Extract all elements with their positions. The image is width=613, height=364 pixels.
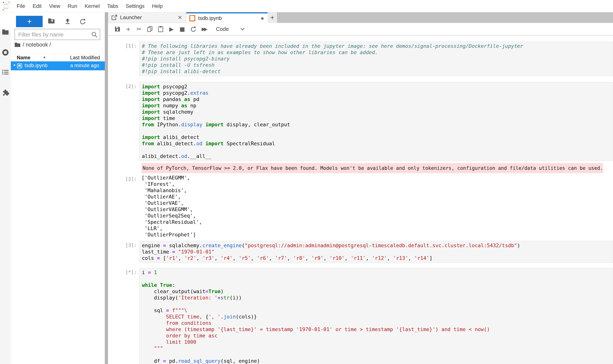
copy-cells-icon[interactable] (144, 26, 155, 32)
code-line: df = pd.read_sql_query(sql, engine) (142, 358, 613, 364)
code-line: # The following libraries have already b… (142, 43, 613, 49)
jupyter-logo-icon (2, 1, 10, 11)
menu-file[interactable]: File (13, 3, 29, 9)
restart-kernel-icon[interactable] (188, 26, 198, 32)
restart-run-all-icon[interactable]: ▶▶ (198, 26, 211, 32)
column-header-name[interactable]: Name (17, 55, 30, 61)
file-browser-icon[interactable] (0, 29, 11, 35)
tab-launcher[interactable]: Launcher × (108, 12, 186, 23)
code-line: #!pip install alibi-detect (142, 68, 613, 75)
run-cell-icon[interactable]: ▶ (166, 26, 177, 32)
cell-input-prompt: [1]: (108, 41, 139, 76)
code-line: from conditions (142, 320, 613, 326)
code-line: import time (142, 115, 613, 121)
menu-tabs[interactable]: Tabs (104, 3, 122, 9)
paste-cells-icon[interactable] (155, 26, 166, 32)
cell-output-text: ['OutlierAEGMM', 'IForest', 'Mahalanobis… (141, 175, 202, 238)
code-line: limit 1000 (142, 339, 613, 345)
code-line: order by time asc (142, 333, 613, 339)
save-icon[interactable] (112, 26, 123, 32)
unsaved-changes-dot-icon[interactable]: ● (260, 15, 265, 21)
code-line: import sqlalchemy (142, 109, 613, 115)
dock-tab-bar: Launcher × tsdb.ipynb ● + (108, 12, 613, 23)
notebook-file-icon (17, 63, 22, 69)
file-browser-panel: + / notebook / Name (11, 12, 105, 364)
cell-editor[interactable]: engine = sqlalchemy.create_engine("postg… (139, 241, 613, 263)
code-line (142, 301, 613, 307)
panel-resize-handle[interactable] (105, 12, 108, 364)
column-divider (54, 54, 54, 61)
code-line: SELECT time, {', '.join(cols)} (142, 313, 613, 320)
cell-editor[interactable]: # The following libraries have already b… (139, 41, 613, 76)
file-modified: a minute ago (70, 63, 99, 68)
file-filter-input[interactable] (18, 30, 89, 39)
file-list-header: Name ▲ Last Modified (11, 53, 105, 62)
menu-run[interactable]: Run (64, 3, 81, 9)
cell-input-prompt: [2]: (108, 82, 139, 161)
menu-edit[interactable]: Edit (29, 3, 45, 9)
cut-cells-icon[interactable]: ✂ (134, 26, 144, 32)
stop-kernel-icon[interactable]: ■ (177, 26, 188, 32)
launcher-icon (111, 14, 117, 21)
extension-manager-icon[interactable] (0, 88, 11, 96)
breadcrumb-path: / notebook / (23, 42, 51, 48)
notebook-scroll-area[interactable]: [1]:# The following libraries have alrea… (108, 36, 613, 364)
code-line: import psycopg2 (142, 83, 613, 90)
new-folder-icon[interactable] (48, 18, 55, 24)
code-line (142, 351, 613, 358)
new-tab-button[interactable]: + (268, 12, 277, 23)
file-row-selected[interactable]: ● tsdb.ipynb a minute ago (11, 61, 105, 70)
code-line: """ (142, 345, 613, 351)
left-activity-bar (0, 12, 11, 364)
folder-icon (14, 42, 20, 47)
tab-notebook-active[interactable]: tsdb.ipynb ● (186, 12, 268, 23)
menu-bar: File Edit View Run Kernel Tabs Settings … (0, 0, 613, 12)
running-kernels-icon[interactable] (0, 49, 11, 56)
search-icon (91, 31, 97, 38)
code-cell[interactable]: [*]:i = 1while True: clear_output(wait=T… (108, 268, 613, 364)
code-line: import alibi_detect (142, 134, 613, 141)
refresh-icon[interactable] (79, 18, 86, 25)
active-sidebar-tab-highlight (0, 12, 11, 31)
cell-editor[interactable]: import psycopg2import psycopg2.extrasimp… (139, 82, 613, 161)
code-line: from IPython.display import display, cle… (142, 121, 613, 128)
code-line: cols = ['r1', 'r2', 'r3', 'r4', 'r5', 'r… (142, 255, 613, 261)
code-line: # These are just left in as examples to … (142, 49, 613, 56)
code-line: clear_output(wait=True) (142, 288, 613, 295)
code-line: alibi_detect.od.__all__ (142, 153, 613, 159)
cell-editor[interactable]: i = 1while True: clear_output(wait=True)… (139, 268, 613, 364)
code-line: i = 1 (142, 269, 613, 276)
new-launcher-button[interactable]: + (16, 16, 43, 27)
column-header-modified[interactable]: Last Modified (70, 55, 100, 61)
code-line: engine = sqlalchemy.create_engine("postg… (142, 242, 613, 249)
chevron-down-icon[interactable] (240, 28, 245, 30)
table-of-contents-icon[interactable] (0, 69, 11, 75)
code-line: last_time = "1970-01-01" (142, 249, 613, 255)
code-line: where (timestamp '{last_time}' = timesta… (142, 326, 613, 333)
code-line (142, 276, 613, 282)
menu-settings[interactable]: Settings (122, 3, 148, 9)
cell-type-select[interactable]: Code (216, 26, 229, 32)
cell-input-prompt: [*]: (108, 268, 139, 364)
sort-ascending-icon: ▲ (43, 55, 46, 59)
tab-notebook-label: tsdb.ipynb (198, 15, 222, 21)
notebook-icon (189, 15, 195, 22)
file-filter-box (14, 29, 100, 40)
upload-icon[interactable] (64, 18, 71, 24)
code-cell[interactable]: [1]:# The following libraries have alrea… (108, 41, 613, 76)
close-icon[interactable]: × (177, 13, 183, 21)
menu-kernel[interactable]: Kernel (81, 3, 104, 9)
code-line: import pandas as pd (142, 96, 613, 103)
menu-help[interactable]: Help (148, 3, 166, 9)
code-cell[interactable]: [3]:engine = sqlalchemy.create_engine("p… (108, 241, 613, 263)
add-cell-icon[interactable]: + (123, 26, 134, 32)
menu-view[interactable]: View (45, 3, 64, 9)
tab-launcher-label: Launcher (120, 14, 142, 20)
code-cell[interactable]: [2]:import psycopg2import psycopg2.extra… (108, 82, 613, 238)
code-line (142, 147, 613, 153)
code-line: from alibi_detect.od import SpectralResi… (142, 141, 613, 147)
cell-input-prompt: [3]: (108, 241, 139, 263)
breadcrumb[interactable]: / notebook / (14, 42, 51, 48)
code-line: #!pip install psycopg2-binary (142, 56, 613, 62)
kernel-running-bullet: ● (14, 63, 15, 67)
